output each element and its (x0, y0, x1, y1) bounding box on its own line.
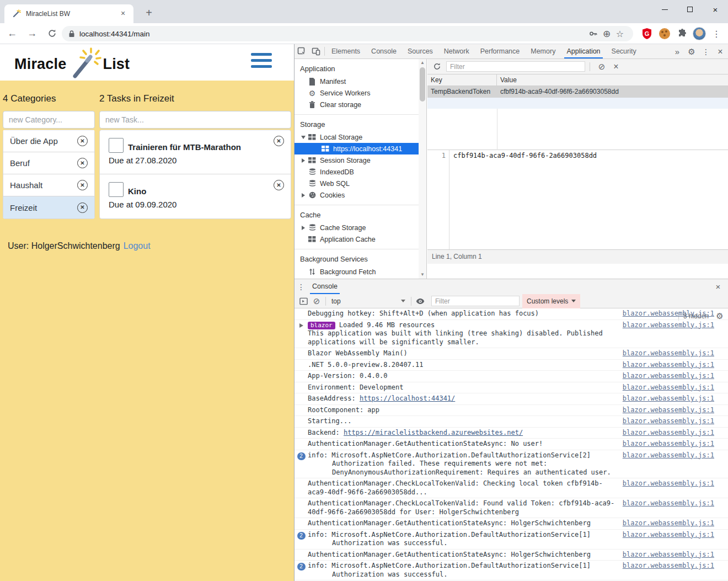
expand-caret-icon[interactable] (295, 321, 308, 328)
source-link[interactable]: blazor.webassembly.js:1 (623, 451, 714, 460)
task-checkbox[interactable] (109, 138, 124, 153)
message-link[interactable]: https://localhost:44341/ (360, 395, 455, 402)
tree-item-service-workers[interactable]: ⚙Service Workers (295, 87, 419, 99)
tab-console[interactable]: Console (366, 44, 402, 58)
back-button[interactable]: ← (4, 26, 20, 41)
devtools-menu-icon[interactable]: ⋮ (699, 45, 713, 59)
tree-item-application-cache[interactable]: Application Cache (295, 233, 419, 245)
console-message[interactable]: Backend: https://miraclelistbackend.azur… (295, 428, 728, 439)
tree-item-cookies[interactable]: Cookies (295, 189, 419, 201)
source-link[interactable]: blazor.webassembly.js:1 (623, 406, 714, 415)
tab-sources[interactable]: Sources (402, 44, 438, 58)
delete-task-icon[interactable]: ✕ (274, 180, 284, 190)
console-message[interactable]: AuthenticationManager.GetAuthenticationS… (295, 518, 728, 530)
delete-selected-icon[interactable]: × (609, 60, 623, 74)
source-link[interactable]: blazor.webassembly.js:1 (623, 479, 714, 488)
devtools-settings-icon[interactable]: ⚙ (684, 45, 699, 59)
console-message[interactable]: App-Version: 0.4.0.0blazor.webassembly.j… (295, 371, 728, 382)
storage-row[interactable]: TempBackendTokencfbf914b-aca9-40df-96f6-… (427, 86, 728, 98)
tab-security[interactable]: Security (606, 44, 642, 58)
console-filter-input[interactable] (431, 296, 520, 306)
column-value[interactable]: Value (497, 74, 728, 86)
new-category-input[interactable] (3, 111, 95, 129)
console-message[interactable]: BaseAddress: https://localhost:44341/bla… (295, 393, 728, 405)
source-link[interactable]: blazor.webassembly.js:1 (623, 361, 714, 370)
context-selector[interactable]: top (331, 297, 409, 305)
sidebar-scrollbar[interactable]: ▲ ▼ (419, 59, 426, 279)
delete-category-icon[interactable]: ✕ (77, 180, 88, 190)
console-message[interactable]: blazorLoaded 9.46 MB resourcesThis appli… (295, 320, 728, 349)
close-button[interactable]: × (703, 0, 728, 19)
source-link[interactable]: blazor.webassembly.js:1 (623, 395, 714, 403)
logout-link[interactable]: Logout (124, 241, 151, 250)
column-key[interactable]: Key (427, 74, 497, 86)
delete-category-icon[interactable]: ✕ (77, 136, 88, 146)
bookmark-star-icon[interactable]: ☆ (613, 27, 627, 40)
source-link[interactable]: blazor.webassembly.js:1 (623, 321, 714, 330)
category-item[interactable]: Über die App✕ (3, 130, 94, 152)
category-item[interactable]: Haushalt✕ (3, 174, 94, 196)
source-link[interactable]: blazor.webassembly.js:1 (623, 383, 714, 392)
tree-item-web-sql[interactable]: Web SQL (295, 178, 419, 189)
delete-category-icon[interactable]: ✕ (77, 158, 88, 168)
chrome-menu-icon[interactable]: ⋮ (709, 26, 724, 41)
new-task-input[interactable] (99, 111, 291, 129)
log-levels-dropdown[interactable]: Custom levels (522, 294, 580, 308)
tree-item-local-storage[interactable]: Local Storage (295, 131, 419, 143)
scroll-down-icon[interactable]: ▼ (419, 271, 426, 279)
tree-item-clear-storage[interactable]: Clear storage (295, 99, 419, 110)
devtools-close-icon[interactable]: × (713, 45, 727, 59)
delete-task-icon[interactable]: ✕ (274, 136, 284, 146)
source-link[interactable]: blazor.webassembly.js:1 (623, 499, 714, 508)
install-app-icon[interactable]: ⊕ (600, 27, 613, 40)
tab-performance[interactable]: Performance (475, 44, 526, 58)
console-message[interactable]: AuthenticationManager.CheckLocalTokenVal… (295, 498, 728, 518)
source-link[interactable]: blazor.webassembly.js:1 (623, 429, 714, 438)
category-item[interactable]: Beruf✕ (3, 152, 94, 174)
source-link[interactable]: blazor.webassembly.js:1 (623, 372, 714, 381)
delete-category-icon[interactable]: ✕ (77, 202, 88, 213)
url-text[interactable]: localhost:44341/main (79, 30, 587, 38)
tab-elements[interactable]: Elements (326, 44, 366, 58)
source-link[interactable]: blazor.webassembly.js:1 (623, 531, 714, 540)
chevron-right-icon[interactable] (299, 226, 308, 230)
source-link[interactable]: blazor.webassembly.js:1 (623, 417, 714, 426)
console-message[interactable]: AuthenticationManager.GetAuthenticationS… (295, 550, 728, 561)
console-message[interactable]: 2info: Microsoft.AspNetCore.Authorizatio… (295, 450, 728, 479)
console-sidebar-toggle-icon[interactable] (297, 295, 310, 308)
menu-hamburger-icon[interactable] (251, 53, 272, 68)
reload-button[interactable] (44, 26, 60, 41)
tree-item-background-fetch[interactable]: Background Fetch (295, 266, 419, 278)
chevron-right-icon[interactable] (299, 193, 308, 198)
console-message[interactable]: Debugging hotkey: Shift+Alt+D (when appl… (295, 308, 728, 320)
console-message[interactable]: AuthenticationManager.GetAuthenticationS… (295, 439, 728, 450)
refresh-icon[interactable] (430, 60, 444, 74)
source-link[interactable]: blazor.webassembly.js:1 (623, 440, 714, 449)
tab-application[interactable]: Application (561, 44, 606, 58)
cookie-extension-icon[interactable] (657, 26, 672, 41)
scroll-up-icon[interactable]: ▲ (419, 59, 426, 67)
task-checkbox[interactable] (109, 182, 124, 197)
console-message[interactable]: 2info: Microsoft.AspNetCore.Authorizatio… (295, 530, 728, 550)
minimize-button[interactable] (652, 0, 677, 19)
drawer-menu-icon[interactable]: ⋮ (295, 280, 308, 294)
tree-item-indexeddb[interactable]: IndexedDB (295, 166, 419, 178)
console-message[interactable]: .NET 5.0.0-preview.8.20407.11blazor.weba… (295, 360, 728, 371)
lock-icon[interactable] (68, 30, 75, 38)
message-link[interactable]: https://miraclelistbackend.azurewebsites… (344, 429, 523, 436)
source-link[interactable]: blazor.webassembly.js:1 (623, 562, 714, 571)
browser-tab[interactable]: MiracleList BW × (4, 4, 133, 23)
profile-avatar[interactable] (693, 27, 706, 40)
category-item[interactable]: Freizeit✕ (3, 196, 94, 218)
block-icon[interactable]: ⊘ (595, 60, 609, 74)
console-message[interactable]: AuthenticationManager.CheckLocalTokenVal… (295, 478, 728, 498)
console-message[interactable]: Environment: Developmentblazor.webassemb… (295, 382, 728, 394)
tree-item-cache-storage[interactable]: Cache Storage (295, 222, 419, 233)
tab-console[interactable]: Console (308, 279, 342, 294)
more-tabs-icon[interactable]: » (670, 45, 684, 59)
tab-network[interactable]: Network (438, 44, 475, 58)
source-link[interactable]: blazor.webassembly.js:1 (623, 519, 714, 528)
console-message[interactable]: Blazor WebAssembly Main()blazor.webassem… (295, 348, 728, 360)
gdata-extension-icon[interactable]: G (640, 26, 654, 41)
inspect-element-icon[interactable] (295, 44, 309, 58)
